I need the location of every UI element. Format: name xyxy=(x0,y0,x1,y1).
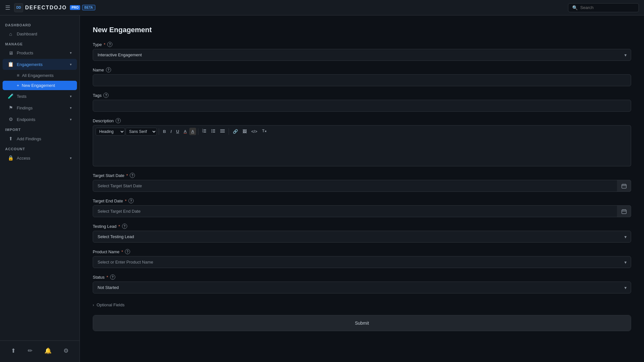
target-end-date-help-icon[interactable]: ? xyxy=(128,198,134,203)
engagements-icon: 📋 xyxy=(8,61,14,67)
optional-fields-chevron: › xyxy=(93,303,94,307)
all-engagements-label: All Engagements xyxy=(22,73,53,78)
sidebar-item-products[interactable]: 🖥 Products ▾ xyxy=(3,48,77,58)
underline-button[interactable]: U xyxy=(174,128,181,135)
type-select[interactable]: Interactive Engagement CI/CD Engagement xyxy=(93,49,631,61)
product-name-help-icon[interactable]: ? xyxy=(125,249,130,254)
sidebar-item-add-findings[interactable]: ⬆ Add Findings xyxy=(3,133,77,144)
align-button[interactable] xyxy=(218,127,227,135)
findings-icon: ⚑ xyxy=(8,105,14,111)
sidebar-item-findings-label: Findings xyxy=(17,106,67,110)
target-start-date-input[interactable] xyxy=(93,180,631,192)
topbar: ☰ DD DEFECTDOJO PRO BETA 🔍 xyxy=(0,0,644,15)
target-end-date-cal-button[interactable] xyxy=(617,205,631,217)
settings-icon[interactable]: ⚙ xyxy=(61,345,71,357)
sidebar-item-tests-label: Tests xyxy=(17,94,67,99)
svg-rect-11 xyxy=(213,132,215,133)
tags-field-group: Tags ? xyxy=(93,93,631,112)
clear-format-button[interactable]: T xyxy=(260,127,268,135)
svg-point-8 xyxy=(212,131,213,132)
main-content: New Engagement Type * ? Interactive Enga… xyxy=(80,15,644,362)
type-select-wrapper: Interactive Engagement CI/CD Engagement … xyxy=(93,49,631,61)
tests-icon: 🧪 xyxy=(8,93,14,99)
target-start-date-cal-button[interactable] xyxy=(617,180,631,192)
description-label: Description ? xyxy=(93,118,631,123)
status-select[interactable]: Not Started In Progress Completed On Hol… xyxy=(93,282,631,293)
target-start-date-help-icon[interactable]: ? xyxy=(130,173,135,178)
sidebar: DASHBOARD ⌂ Dashboard MANAGE 🖥 Products … xyxy=(0,15,80,362)
sidebar-item-add-findings-label: Add Findings xyxy=(17,136,72,141)
hamburger-icon[interactable]: ☰ xyxy=(5,4,10,11)
svg-rect-14 xyxy=(220,132,225,133)
bullet-list-button[interactable] xyxy=(209,127,218,135)
italic-button[interactable]: I xyxy=(168,128,174,135)
type-help-icon[interactable]: ? xyxy=(107,42,112,47)
status-select-wrapper: Not Started In Progress Completed On Hol… xyxy=(93,282,631,293)
sidebar-item-findings[interactable]: ⚑ Findings ▾ xyxy=(3,102,77,113)
sidebar-item-new-engagement[interactable]: + New Engagement xyxy=(3,81,77,90)
sidebar-item-engagements[interactable]: 📋 Engagements ▾ xyxy=(3,59,77,70)
sidebar-item-endpoints-label: Endpoints xyxy=(17,117,67,122)
testing-lead-required: * xyxy=(118,224,120,229)
endpoints-icon: ⚙ xyxy=(8,116,14,122)
new-engagement-form: Type * ? Interactive Engagement CI/CD En… xyxy=(93,42,631,331)
text-color-button[interactable]: A xyxy=(182,128,188,135)
description-help-icon[interactable]: ? xyxy=(116,118,121,123)
upload-icon[interactable]: ⬆ xyxy=(8,345,18,357)
sidebar-section-import: IMPORT xyxy=(0,125,80,133)
new-engagement-plus-icon: + xyxy=(17,83,19,88)
testing-lead-help-icon[interactable]: ? xyxy=(122,224,127,229)
tags-help-icon[interactable]: ? xyxy=(103,93,109,98)
search-input[interactable] xyxy=(580,5,635,10)
testing-lead-select[interactable]: Select Testing Lead xyxy=(93,231,631,243)
tags-input[interactable] xyxy=(93,100,631,112)
logo-pro-badge: PRO xyxy=(70,5,80,10)
target-end-date-label: Target End Date * ? xyxy=(93,198,631,203)
sidebar-section-manage: MANAGE xyxy=(0,40,80,47)
target-end-date-input[interactable] xyxy=(93,205,631,217)
heading-select[interactable]: Heading Paragraph H1 H2 H3 xyxy=(96,128,125,135)
product-name-input[interactable] xyxy=(93,256,631,268)
logo-beta-badge: BETA xyxy=(82,5,95,10)
link-button[interactable]: 🔗 xyxy=(231,128,240,135)
name-help-icon[interactable]: ? xyxy=(106,67,111,72)
highlight-button[interactable]: A xyxy=(189,128,196,135)
svg-rect-13 xyxy=(220,131,225,131)
optional-fields-toggle[interactable]: › Optional Fields xyxy=(93,300,631,310)
sidebar-item-tests[interactable]: 🧪 Tests ▾ xyxy=(3,91,77,102)
svg-rect-9 xyxy=(213,131,215,131)
findings-chevron: ▾ xyxy=(70,106,72,110)
sidebar-bottom: ⬆ ✏ 🔔 ⚙ xyxy=(0,340,80,357)
toolbar-divider-1 xyxy=(159,128,159,135)
name-field-group: Name ? xyxy=(93,67,631,86)
name-input[interactable] xyxy=(93,74,631,86)
image-button[interactable]: 🖼 xyxy=(241,128,249,135)
sidebar-item-engagements-label: Engagements xyxy=(17,62,67,67)
sidebar-item-dashboard[interactable]: ⌂ Dashboard xyxy=(3,29,77,39)
testing-lead-select-wrapper: Select Testing Lead ▾ xyxy=(93,231,631,243)
search-box[interactable]: 🔍 xyxy=(568,3,639,12)
toolbar-divider-3 xyxy=(229,128,229,135)
description-toolbar: Heading Paragraph H1 H2 H3 Sans Serif Se… xyxy=(93,125,631,137)
svg-rect-18 xyxy=(622,184,626,188)
description-editor[interactable] xyxy=(93,137,631,166)
font-select[interactable]: Sans Serif Serif Monospace xyxy=(126,128,157,135)
notifications-icon[interactable]: 🔔 xyxy=(42,345,54,357)
ordered-list-button[interactable]: 123 xyxy=(200,127,209,135)
code-button[interactable]: </> xyxy=(249,128,259,135)
edit-icon[interactable]: ✏ xyxy=(25,345,35,357)
sidebar-item-all-engagements[interactable]: ≡ All Engagements xyxy=(3,70,77,80)
name-label: Name ? xyxy=(93,67,631,72)
sidebar-item-endpoints[interactable]: ⚙ Endpoints ▾ xyxy=(3,114,77,125)
product-name-label: Product Name * ? xyxy=(93,249,631,254)
status-label: Status * ? xyxy=(93,274,631,280)
type-field-group: Type * ? Interactive Engagement CI/CD En… xyxy=(93,42,631,61)
sidebar-item-access[interactable]: 🔒 Access ▾ xyxy=(3,153,77,163)
endpoints-chevron: ▾ xyxy=(70,117,72,122)
submit-button[interactable]: Submit xyxy=(93,315,631,331)
bold-button[interactable]: B xyxy=(161,128,168,135)
status-group: Status * ? Not Started In Progress Compl… xyxy=(93,274,631,293)
type-label: Type * ? xyxy=(93,42,631,47)
home-icon: ⌂ xyxy=(8,31,14,37)
status-help-icon[interactable]: ? xyxy=(110,274,115,280)
